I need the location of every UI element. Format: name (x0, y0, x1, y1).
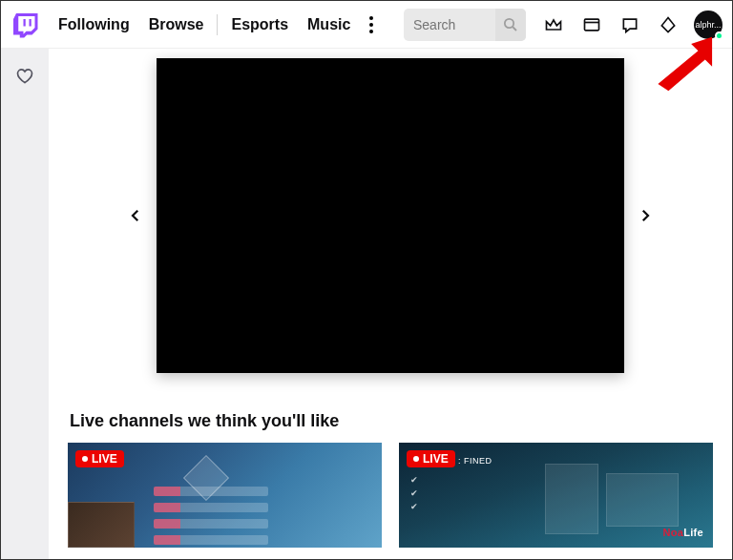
featured-carousel (68, 58, 713, 373)
nav-esports[interactable]: Esports (221, 16, 298, 33)
bits-icon[interactable] (652, 9, 684, 41)
search-input[interactable] (404, 17, 495, 32)
nav-links: Following Browse Esports Music (49, 14, 360, 35)
featured-video-player[interactable] (157, 58, 624, 373)
nav-following[interactable]: Following (49, 16, 139, 33)
inbox-icon[interactable] (576, 9, 608, 41)
svg-rect-0 (24, 19, 26, 27)
prime-crown-icon[interactable] (537, 9, 570, 41)
svg-rect-4 (585, 19, 599, 31)
main-content: Live channels we think you'll like LIVE … (49, 49, 732, 559)
live-channel-cards: LIVE HACKERS : FINED ✔✔✔ NoaLife LIVE (68, 443, 713, 548)
search-button[interactable] (495, 9, 526, 41)
left-sidebar (1, 49, 49, 559)
top-navigation-bar: Following Browse Esports Music (1, 1, 732, 49)
carousel-next-button[interactable] (624, 195, 666, 237)
svg-rect-1 (30, 19, 31, 27)
live-badge: LIVE (407, 450, 455, 467)
channel-thumbnail: LIVE (68, 443, 382, 548)
top-icons: alphr... (537, 9, 723, 41)
nav-divider (217, 14, 218, 35)
whispers-icon[interactable] (614, 9, 646, 41)
live-channel-card[interactable]: HACKERS : FINED ✔✔✔ NoaLife LIVE (399, 443, 713, 548)
nav-music[interactable]: Music (298, 16, 360, 33)
twitch-logo[interactable] (10, 10, 39, 40)
live-badge: LIVE (75, 450, 124, 467)
nav-browse[interactable]: Browse (139, 16, 214, 33)
search-bar (404, 9, 526, 41)
more-menu-icon[interactable] (360, 10, 383, 39)
channel-thumbnail: HACKERS : FINED ✔✔✔ NoaLife LIVE (399, 443, 713, 548)
user-avatar[interactable]: alphr... (694, 10, 723, 39)
section-title-live-channels: Live channels we think you'll like (70, 411, 713, 431)
live-channel-card[interactable]: LIVE (68, 443, 382, 548)
watermark: NoaLife (663, 527, 703, 538)
svg-point-2 (505, 18, 513, 27)
carousel-prev-button[interactable] (115, 195, 157, 237)
online-status-dot (715, 31, 723, 40)
content-area: Live channels we think you'll like LIVE … (1, 49, 732, 559)
followed-channels-icon[interactable] (10, 62, 39, 91)
svg-line-3 (513, 27, 516, 31)
